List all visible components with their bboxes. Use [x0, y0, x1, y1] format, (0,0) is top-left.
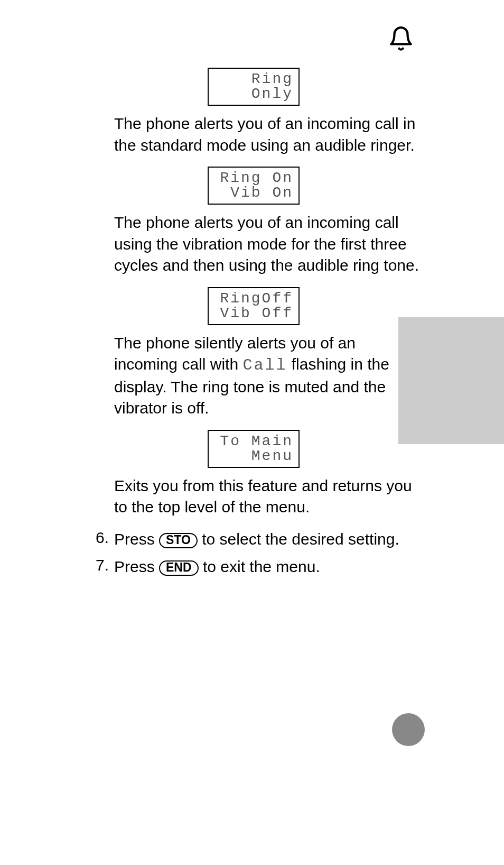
bell-icon: [388, 25, 414, 54]
step-text: Press STO to select the desired setting.: [114, 529, 423, 550]
lcd-ring-only: Ring Only: [208, 68, 300, 106]
desc-ring-off-vib-off: The phone silently alerts you of an inco…: [114, 333, 423, 419]
lcd-line: Vib Off: [214, 306, 293, 321]
desc-to-main-menu: Exits you from this feature and returns …: [114, 475, 423, 518]
step-6: 6. Press STO to select the desired setti…: [85, 529, 423, 550]
lcd-line: Vib On: [214, 186, 293, 200]
lcd-line: Menu: [214, 449, 293, 464]
step-7: 7. Press END to exit the menu.: [85, 556, 423, 578]
keycap-end: END: [159, 560, 199, 576]
step-pre: Press: [114, 558, 159, 575]
page-content: Ring Only The phone alerts you of an inc…: [85, 63, 423, 584]
inline-lcd-call: Call: [242, 356, 287, 374]
step-number: 6.: [85, 529, 114, 550]
lcd-line: Ring On: [214, 171, 293, 186]
lcd-line: Ring: [214, 72, 293, 87]
step-number: 7.: [85, 556, 114, 578]
step-post: to exit the menu.: [199, 558, 320, 575]
page-marker-dot: [392, 713, 425, 746]
lcd-ring-on-vib-on: Ring On Vib On: [208, 167, 300, 205]
lcd-line: Only: [214, 87, 293, 102]
lcd-to-main-menu: To Main Menu: [208, 430, 300, 468]
step-post: to select the desired setting.: [198, 530, 399, 548]
desc-ring-on-vib-on: The phone alerts you of an incoming call…: [114, 212, 423, 277]
desc-ring-only: The phone alerts you of an incoming call…: [114, 113, 423, 156]
step-text: Press END to exit the menu.: [114, 556, 423, 578]
lcd-line: RingOff: [214, 291, 293, 306]
lcd-line: To Main: [214, 434, 293, 449]
step-pre: Press: [114, 530, 159, 548]
keycap-sto: STO: [159, 533, 198, 548]
lcd-ring-off-vib-off: RingOff Vib Off: [208, 287, 300, 325]
